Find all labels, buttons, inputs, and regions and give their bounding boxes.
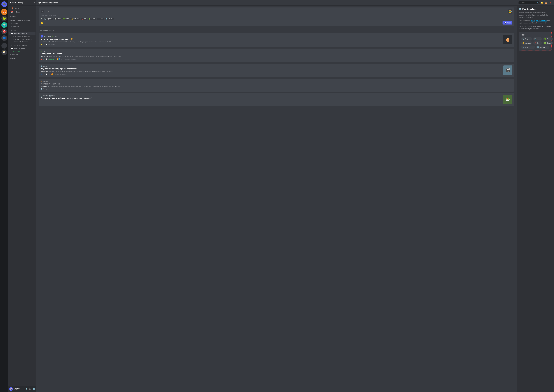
- time-mystery: 1d ago: [51, 44, 55, 45]
- explore-servers-button[interactable]: 🧭: [1, 49, 7, 55]
- post-card-crying-milk[interactable]: 🌿 Food Crying over Spilled Milk DairyKin…: [39, 49, 514, 62]
- post-time-weirdest: 🔄 2m ago: [41, 88, 48, 90]
- composer-tag-tools[interactable]: 🔧 Tools: [97, 18, 104, 20]
- recent-activity-header[interactable]: ↕ RECENT ACTIVITY ▾: [39, 29, 514, 32]
- post-title-mystery-food: MYSTERY Food Machine Contest 🏆: [41, 38, 502, 41]
- post-tag-media-record: 📷 Media: [49, 95, 55, 97]
- tag-solved-label: Solved: [91, 18, 95, 20]
- post-author-avatar-mystery: 👤: [41, 35, 43, 38]
- sub-channel-any-domino[interactable]: Any domino stacking tips…: [9, 35, 35, 38]
- search-input[interactable]: [519, 2, 536, 4]
- tag-btn-tools[interactable]: 🔧 Tools: [521, 46, 535, 49]
- typing-dot-domino-1: [54, 74, 54, 75]
- composer-tag-food[interactable]: 🌿 Food: [62, 18, 70, 20]
- typing-text-milk: is typing…: [71, 58, 77, 60]
- post-card-record-videos[interactable]: 🖥️ Beginner 📷 Media Best way to record v…: [39, 93, 514, 106]
- channel-fails[interactable]: # fails: [9, 28, 35, 32]
- tag-btn-ids[interactable]: ❓ IDs: [533, 42, 542, 45]
- post-preview-mystery-food: dominomaster: Attention inventors! We're…: [41, 41, 502, 43]
- user-name: marblez: [14, 387, 24, 389]
- composer-tag-ids[interactable]: ❓ IDs: [81, 18, 87, 20]
- section-events[interactable]: › EVENTS: [8, 56, 36, 59]
- post-preview-weirdest: potatobattery: Hey there! We all know th…: [41, 85, 512, 87]
- channel-rube-pop-label: rube-in-pop-culture: [13, 44, 27, 46]
- tag-btn-media[interactable]: 📷 Media: [533, 37, 542, 41]
- section-off-topic[interactable]: › OFF-TOPIC: [8, 52, 36, 56]
- composer-message-placeholder: Enter a first message…: [41, 14, 512, 16]
- composer-tag-materials[interactable]: 💰 Materials: [70, 18, 80, 20]
- post-icon: 💬: [504, 22, 506, 24]
- post-author-mystery: dominomaster: [41, 41, 51, 43]
- recent-activity-label: RECENT ACTIVITY: [40, 30, 53, 31]
- tag-btn-ids-emoji: ❓: [534, 42, 536, 44]
- post-label: Post: [507, 22, 511, 24]
- search-bar[interactable]: 🔍: [519, 1, 540, 4]
- bookmark-count-milk: 32: [43, 58, 44, 60]
- settings-button[interactable]: ⚙️: [32, 387, 35, 391]
- post-card-weirdest[interactable]: 💰 Materials Weirdest Mechanisms potatoba…: [39, 79, 514, 92]
- top-bar-icons: 🔍 🔔 📥 ❓: [519, 1, 552, 5]
- channel-rube-in-pop-culture[interactable]: # rube-in-pop-culture: [9, 43, 35, 47]
- post-guidelines-title: ☑️ Post Guidelines: [519, 8, 552, 10]
- post-card-mystery-food[interactable]: 👤 ⚙️ General 🌿 Food MYSTERY Food Machine…: [39, 33, 514, 47]
- emoji-button[interactable]: 🙂: [41, 21, 44, 25]
- typing-user-milk: mous3trap: [64, 58, 70, 60]
- discord-home-icon[interactable]: 🎮: [1, 1, 7, 7]
- server-icon-5[interactable]: 🔵: [1, 35, 7, 41]
- tag-btn-food[interactable]: 🌿 Food: [543, 37, 553, 41]
- server-name-label: Rube Goldberg: [10, 2, 23, 4]
- post-tags-record-videos: 🖥️ Beginner 📷 Media: [41, 95, 502, 97]
- mic-button[interactable]: 🎙️: [25, 387, 28, 391]
- channel-machine-diy-advice[interactable]: 💬 machine-diy-advice: [9, 32, 35, 35]
- general-tag-emoji: ⚙️: [44, 35, 46, 37]
- composer-close-button[interactable]: ✕: [41, 10, 44, 13]
- section-rube-goldberg[interactable]: ▾ RUBE GOLDBERG MACHINES: [8, 18, 36, 21]
- headphones-button[interactable]: 🎧: [28, 387, 32, 391]
- guidelines-title-text: Post Guidelines: [522, 8, 536, 10]
- add-server-button[interactable]: +: [1, 43, 7, 49]
- server-icon-3[interactable]: 🌍: [1, 22, 7, 28]
- star-icon-domino: 🐾: [41, 73, 42, 75]
- sub-channel-mystery-food[interactable]: MYSTERY Food Machine…: [9, 38, 35, 41]
- server-icons-divider-2: [2, 42, 6, 42]
- guidelines-link[interactable]: meaningful, specific title: [531, 20, 547, 21]
- section-server[interactable]: › SERVER: [8, 14, 36, 18]
- composer-image-button[interactable]: 🖼️+: [508, 9, 512, 14]
- tag-btn-beginner[interactable]: 🖥️ Beginner: [521, 37, 532, 41]
- channel-materials-swap[interactable]: 💬 materials-swap: [9, 47, 35, 50]
- server-icon-2[interactable]: 🐸: [1, 16, 7, 21]
- post-button[interactable]: 💬 Post: [503, 21, 512, 25]
- tag-btn-solved-emoji: ✅: [544, 42, 546, 44]
- server-icon-4[interactable]: 🎯: [1, 29, 7, 34]
- composer-tag-solved[interactable]: ✅ Solved: [88, 18, 96, 20]
- tag-media-emoji: 📷: [55, 18, 56, 20]
- tags-panel: Tags 🖥️ Beginner 📷 Media 🌿 Food: [519, 32, 552, 51]
- comment-icon-milk: 💬: [46, 58, 48, 60]
- forum-content: ✕ 🖼️+ Enter a first message… 🏷️ 🖥️ Begin…: [36, 6, 517, 392]
- tag-btn-solved[interactable]: ✅ Solved: [543, 42, 553, 45]
- server-icon-rube-goldberg[interactable]: 🦊: [1, 9, 7, 15]
- tag-btn-general[interactable]: ⚙️ General: [536, 46, 550, 49]
- notification-button[interactable]: 🔔: [540, 1, 544, 5]
- channel-general[interactable]: # general: [9, 21, 35, 25]
- composer-title-input[interactable]: [45, 10, 507, 13]
- composer-tag-general[interactable]: ⚙️ General: [105, 18, 114, 20]
- server-name-header[interactable]: Rube Goldberg ▾: [8, 0, 36, 6]
- sidebar-item-home[interactable]: 🏠 Home: [9, 7, 35, 10]
- media-tag-label-record: Media: [51, 95, 55, 97]
- forum-icon: 💬: [11, 33, 13, 35]
- section-off-topic-label: OFF-TOPIC: [11, 54, 18, 55]
- section-arrow-icon-2: ▾: [10, 20, 11, 21]
- help-button[interactable]: ❓: [548, 1, 552, 5]
- bookmark-icon: 🔖: [41, 58, 42, 60]
- post-card-domino[interactable]: 🖥️ Beginner Any domino stacking tips for…: [39, 63, 514, 77]
- user-avatar[interactable]: 🎲: [9, 387, 13, 391]
- inbox-button[interactable]: 📥: [544, 1, 548, 5]
- sidebar-item-event[interactable]: 📅 1 Event: [9, 10, 35, 14]
- post-card-record-videos-main: 🖥️ Beginner 📷 Media Best way to record v…: [41, 95, 502, 104]
- composer-tag-media[interactable]: 📷 Media: [54, 18, 62, 20]
- composer-tag-beginner[interactable]: 🖥️ Beginner: [43, 18, 53, 20]
- tag-btn-materials[interactable]: 💰 Materials: [521, 42, 532, 45]
- sub-channel-weirdest[interactable]: Weirdest Mechanisms: [9, 41, 35, 43]
- channel-show-off[interactable]: # show-off: [9, 25, 35, 28]
